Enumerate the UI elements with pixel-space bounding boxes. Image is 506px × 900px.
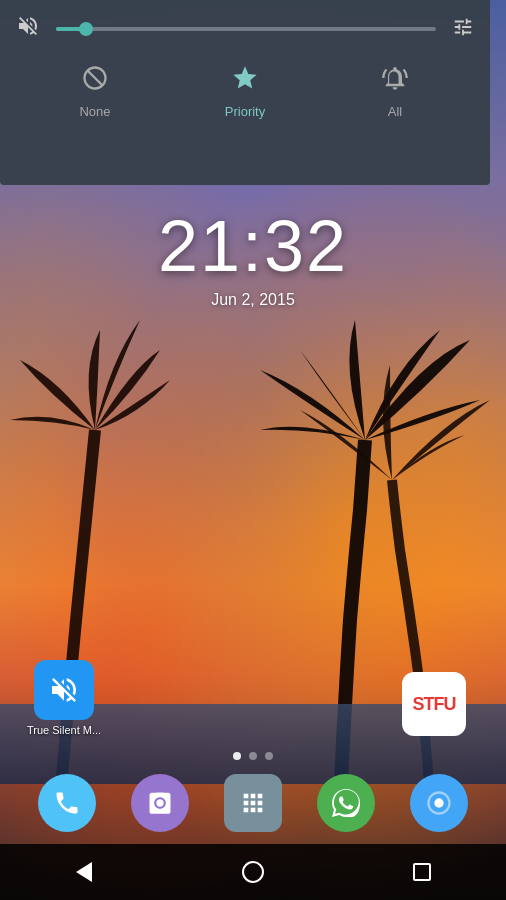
back-button[interactable] <box>64 852 104 892</box>
dock-launcher[interactable] <box>224 774 282 832</box>
notification-panel: None Priority All <box>0 0 490 185</box>
dock-camera[interactable] <box>131 774 189 832</box>
priority-icon <box>231 64 259 98</box>
settings-icon[interactable] <box>452 16 474 43</box>
app-row: True Silent M... STFU <box>16 660 490 736</box>
svg-point-0 <box>435 798 444 807</box>
true-silent-mode-label: True Silent M... <box>27 724 101 736</box>
home-icon <box>242 861 264 883</box>
sound-option-none[interactable]: None <box>20 64 170 119</box>
sound-option-all[interactable]: All <box>320 64 470 119</box>
recents-icon <box>413 863 431 881</box>
clock-date: Jun 2, 2015 <box>0 291 506 309</box>
page-dot-2 <box>249 752 257 760</box>
stfu-app[interactable]: STFU <box>394 672 474 736</box>
sound-option-priority[interactable]: Priority <box>170 64 320 119</box>
dock <box>0 766 506 840</box>
page-dot-1 <box>233 752 241 760</box>
priority-label: Priority <box>225 104 265 119</box>
dock-chromium[interactable] <box>410 774 468 832</box>
true-silent-mode-icon <box>34 660 94 720</box>
stfu-icon: STFU <box>402 672 466 736</box>
all-label: All <box>388 104 402 119</box>
volume-slider-row <box>0 0 490 54</box>
clock-area: 21:32 Jun 2, 2015 <box>0 185 506 309</box>
dock-whatsapp[interactable] <box>317 774 375 832</box>
volume-slider[interactable] <box>56 27 436 31</box>
clock-time: 21:32 <box>0 205 506 287</box>
nav-bar <box>0 844 506 900</box>
sound-options-row: None Priority All <box>0 54 490 137</box>
home-button[interactable] <box>233 852 273 892</box>
true-silent-mode-app[interactable]: True Silent M... <box>24 660 104 736</box>
stfu-text: STFU <box>413 694 456 715</box>
slider-thumb <box>79 22 93 36</box>
mute-icon <box>16 14 40 44</box>
dock-phone[interactable] <box>38 774 96 832</box>
back-icon <box>76 862 92 882</box>
recents-button[interactable] <box>402 852 442 892</box>
all-icon <box>381 64 409 98</box>
page-dots <box>16 752 490 760</box>
page-dot-3 <box>265 752 273 760</box>
home-icons: True Silent M... STFU <box>0 660 506 760</box>
none-icon <box>81 64 109 98</box>
none-label: None <box>79 104 110 119</box>
